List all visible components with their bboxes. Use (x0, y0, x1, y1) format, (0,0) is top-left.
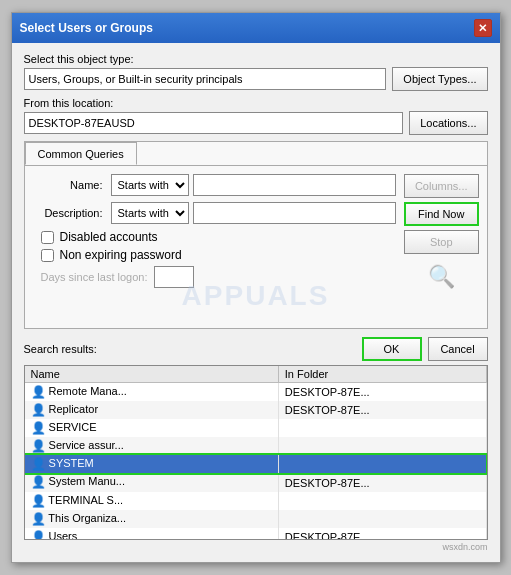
days-row: Days since last logon: (41, 266, 396, 288)
table-cell-folder: DESKTOP-87E... (278, 473, 486, 491)
table-cell-folder: DESKTOP-87E... (278, 401, 486, 419)
dialog-body: Select this object type: Object Types...… (12, 43, 500, 562)
name-filter-select[interactable]: Starts with Is exactly (111, 174, 189, 196)
tab-content: Name: Starts with Is exactly Description… (25, 165, 487, 328)
disabled-accounts-row: Disabled accounts (41, 230, 396, 244)
col-folder: In Folder (278, 366, 486, 383)
right-buttons: Columns... Find Now Stop 🔍 (404, 174, 479, 290)
ok-button[interactable]: OK (362, 337, 422, 361)
table-cell-name: 👤 System Manu... (25, 473, 279, 491)
query-area: Name: Starts with Is exactly Description… (33, 174, 479, 290)
description-row: Description: Starts with Is exactly (33, 202, 396, 224)
table-cell-folder: DESKTOP-87E... (278, 528, 486, 540)
nonexpiring-row: Non expiring password (41, 248, 396, 262)
disabled-accounts-label: Disabled accounts (60, 230, 158, 244)
magnifier-icon: 🔍 (428, 264, 455, 289)
wsxdn-label: wsxdn.com (24, 540, 488, 552)
title-bar: Select Users or Groups ✕ (12, 13, 500, 43)
user-icon: 👤 (31, 385, 46, 399)
disabled-accounts-checkbox[interactable] (41, 231, 54, 244)
table-cell-name: 👤 Users (25, 528, 279, 540)
user-icon: 👤 (31, 494, 46, 508)
name-label: Name: (33, 179, 103, 191)
table-cell-name: 👤 This Organiza... (25, 510, 279, 528)
user-icon: 👤 (31, 512, 46, 526)
table-cell-folder (278, 419, 486, 437)
table-cell-name: 👤 SERVICE (25, 419, 279, 437)
select-users-dialog: Select Users or Groups ✕ Select this obj… (11, 12, 501, 563)
query-section: Common Queries Name: Starts with Is exac… (24, 141, 488, 329)
table-row[interactable]: 👤 ReplicatorDESKTOP-87E... (25, 401, 487, 419)
table-row[interactable]: 👤 Remote Mana...DESKTOP-87E... (25, 383, 487, 402)
results-table-wrapper[interactable]: Name In Folder 👤 Remote Mana...DESKTOP-8… (24, 365, 488, 540)
table-cell-name: 👤 Service assur... (25, 437, 279, 455)
dialog-title: Select Users or Groups (20, 21, 153, 35)
user-icon: 👤 (31, 530, 46, 540)
watermark-area: APPUALS (33, 290, 479, 320)
nonexpiring-password-label: Non expiring password (60, 248, 182, 262)
description-filter-select[interactable]: Starts with Is exactly (111, 202, 189, 224)
user-icon: 👤 (31, 476, 46, 490)
results-table: Name In Folder 👤 Remote Mana...DESKTOP-8… (25, 366, 487, 540)
user-icon: 👤 (31, 403, 46, 417)
table-row[interactable]: 👤 Service assur... (25, 437, 487, 455)
table-row[interactable]: 👤 SYSTEM (25, 455, 487, 473)
cancel-button[interactable]: Cancel (428, 337, 488, 361)
location-input[interactable] (24, 112, 404, 134)
object-type-input[interactable] (24, 68, 387, 90)
table-cell-name: 👤 Remote Mana... (25, 383, 279, 402)
table-cell-folder: DESKTOP-87E... (278, 383, 486, 402)
object-type-label: Select this object type: (24, 53, 488, 65)
table-row[interactable]: 👤 System Manu...DESKTOP-87E... (25, 473, 487, 491)
table-cell-folder (278, 437, 486, 455)
description-label: Description: (33, 207, 103, 219)
find-now-button[interactable]: Find Now (404, 202, 479, 226)
close-button[interactable]: ✕ (474, 19, 492, 37)
description-input[interactable] (193, 202, 396, 224)
results-buttons: OK Cancel (362, 337, 488, 361)
object-type-section: Select this object type: Object Types... (24, 53, 488, 91)
search-results-header: Search results: OK Cancel (24, 337, 488, 361)
table-cell-name: 👤 SYSTEM (25, 455, 279, 473)
table-row[interactable]: 👤 This Organiza... (25, 510, 487, 528)
name-row: Name: Starts with Is exactly (33, 174, 396, 196)
table-row[interactable]: 👤 TERMINAL S... (25, 492, 487, 510)
user-icon: 👤 (31, 439, 46, 453)
columns-button[interactable]: Columns... (404, 174, 479, 198)
stop-button[interactable]: Stop (404, 230, 479, 254)
table-row[interactable]: 👤 UsersDESKTOP-87E... (25, 528, 487, 540)
search-icon-area: 🔍 (404, 264, 479, 290)
table-cell-folder (278, 510, 486, 528)
query-fields: Name: Starts with Is exactly Description… (33, 174, 396, 290)
user-icon: 👤 (31, 457, 46, 471)
table-row[interactable]: 👤 SERVICE (25, 419, 487, 437)
table-cell-folder (278, 492, 486, 510)
location-label: From this location: (24, 97, 488, 109)
location-section: From this location: Locations... (24, 97, 488, 135)
tab-header: Common Queries (25, 142, 487, 165)
tab-common-queries[interactable]: Common Queries (25, 142, 137, 165)
name-input[interactable] (193, 174, 396, 196)
table-cell-name: 👤 Replicator (25, 401, 279, 419)
days-input[interactable] (154, 266, 194, 288)
table-cell-name: 👤 TERMINAL S... (25, 492, 279, 510)
object-types-button[interactable]: Object Types... (392, 67, 487, 91)
col-name: Name (25, 366, 279, 383)
locations-button[interactable]: Locations... (409, 111, 487, 135)
user-icon: 👤 (31, 421, 46, 435)
days-label: Days since last logon: (41, 271, 148, 283)
nonexpiring-password-checkbox[interactable] (41, 249, 54, 262)
table-cell-folder (278, 455, 486, 473)
search-results-label: Search results: (24, 343, 97, 355)
